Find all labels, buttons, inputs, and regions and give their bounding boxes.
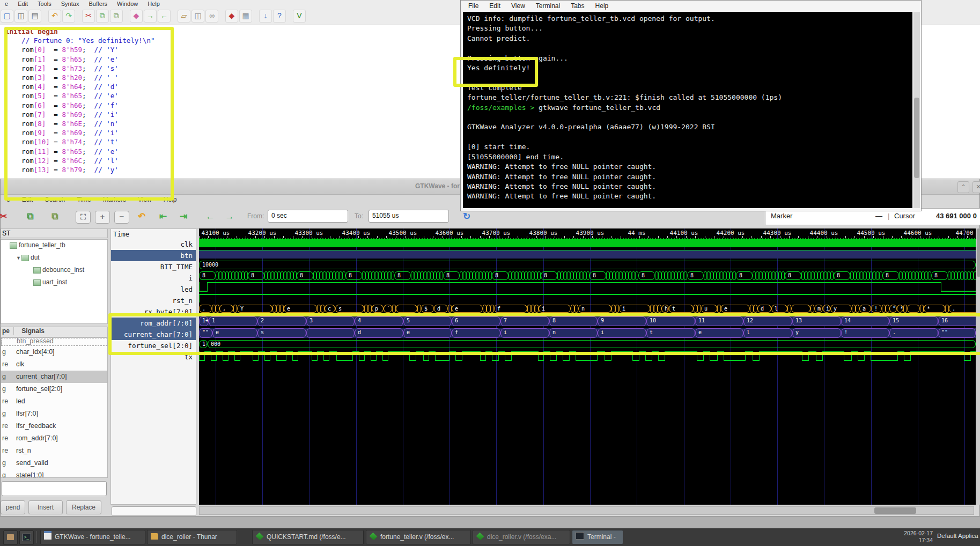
to-input[interactable]: 51055 us (369, 210, 449, 223)
signal-row-rom_addr70[interactable]: rerom_addr[7:0] (1, 432, 107, 445)
terminal-menu-tabs[interactable]: Tabs (565, 2, 590, 10)
zoom-in-icon[interactable]: + (95, 211, 110, 224)
save-session-icon[interactable]: ◫ (191, 10, 204, 23)
vim-logo-icon[interactable]: V (293, 10, 306, 23)
signal-row-rst_n[interactable]: rerst_n (1, 445, 107, 457)
taskbar-clock[interactable]: 2026-02-17 17:34 (904, 530, 933, 544)
shift-left-icon[interactable]: ← (203, 210, 217, 224)
open-folder-icon[interactable]: ▱ (178, 10, 190, 23)
paste-icon[interactable]: ⧉ (110, 10, 123, 23)
terminal-menu-help[interactable]: Help (590, 2, 614, 10)
wave-name-led[interactable]: led (111, 284, 196, 295)
waveform-area[interactable]: 43100 us43200 us43300 us43400 us43500 us… (199, 228, 976, 505)
signal-row-fortune_sel20[interactable]: gfortune_sel[2:0] (1, 383, 107, 395)
signal-name: clk (16, 360, 24, 368)
wave-name-clk[interactable]: clk (111, 239, 196, 250)
taskbar-item-gtkwave-fortune-telle[interactable]: GTKWave - fortune_telle... (40, 530, 145, 544)
sst-item-debounce_inst[interactable]: debounce_inst (1, 264, 107, 277)
wave-horizontal-scrollbar-thumb[interactable] (874, 507, 916, 514)
signal-row-lfsr_feedback[interactable]: relfsr_feedback (1, 420, 107, 432)
find-replace-icon[interactable]: ◆ (130, 10, 143, 23)
signal-row-btn_pressed[interactable]: btn_pressed (1, 338, 107, 346)
copy-icon[interactable]: ⧉ (23, 210, 37, 224)
shift-right-icon[interactable]: → (223, 210, 237, 224)
print-icon[interactable]: ▤ (28, 10, 41, 23)
wave-name-rst_n[interactable]: rst_n (111, 295, 196, 306)
app-menu-button[interactable] (3, 530, 18, 545)
sst-item-fortune_teller_tb[interactable]: fortune_teller_tb (1, 240, 107, 252)
save-icon[interactable]: ◫ (14, 10, 27, 23)
terminal-menu-view[interactable]: View (506, 2, 530, 10)
paste-icon[interactable]: ⧉ (48, 210, 62, 224)
new-file-icon[interactable]: ▢ (1, 10, 13, 23)
signal-row-send_valid[interactable]: gsend_valid (1, 457, 107, 469)
jump-to-start-icon[interactable]: ⇤ (156, 210, 170, 224)
gvim-menu-edit[interactable]: Edit (13, 0, 33, 7)
insert-button[interactable]: Insert (28, 500, 63, 514)
signal-name: current_char[7:0] (16, 373, 67, 380)
cut-icon[interactable]: ✂ (0, 210, 10, 224)
link-icon[interactable]: ∞ (205, 10, 218, 23)
taskbar-item-dice-roller-v-foss-exa[interactable]: dice_roller.v (/foss/exa... (473, 530, 570, 544)
redo-icon[interactable]: ↷ (62, 10, 75, 23)
taskbar-item-terminal[interactable]: Terminal - (572, 530, 623, 544)
sst-tree[interactable]: fortune_teller_tb▼dutdebounce_instuart_i… (1, 239, 108, 324)
from-input[interactable]: 0 sec (268, 210, 348, 223)
signal-row-led[interactable]: reled (1, 395, 107, 408)
wave-names-panel[interactable]: Time clkbtnBIT_TIMEiledrst_nrx_byte[7:0]… (110, 228, 196, 505)
bus-value: , (220, 305, 226, 312)
signal-row-clk[interactable]: reclk (1, 358, 107, 371)
find-prev-icon[interactable]: ← (158, 10, 171, 23)
signal-row-char_idx40[interactable]: gchar_idx[4:0] (1, 346, 107, 358)
gvim-menu-tools[interactable]: Tools (33, 0, 56, 7)
undo-icon[interactable]: ↶ (48, 10, 61, 23)
replace-button[interactable]: Replace (66, 500, 101, 514)
gvim-menu-window[interactable]: Window (112, 0, 143, 7)
gvim-menu-e[interactable]: e (0, 0, 13, 7)
wave-name-btn[interactable]: btn (111, 250, 196, 261)
find-next-icon[interactable]: → (144, 10, 157, 23)
undo-icon[interactable]: ↶ (135, 210, 149, 224)
taskbar-item-dice-roller-thunar[interactable]: dice_roller - Thunar (147, 530, 237, 544)
sst-item-dut[interactable]: ▼dut (1, 252, 107, 264)
terminal-launcher-button[interactable]: >_ (19, 530, 34, 545)
cut-icon[interactable]: ✂ (82, 10, 95, 23)
taskbar-item-fortune-teller-v-foss-ex[interactable]: fortune_teller.v (/foss/ex... (366, 530, 471, 544)
terminal-scrollbar[interactable] (913, 12, 920, 208)
terminal-line: [51055000000] end time. (467, 152, 782, 162)
close-window-button[interactable]: ✕ (972, 181, 980, 193)
wave-horizontal-scrollbar[interactable] (199, 506, 974, 515)
help-icon[interactable]: ? (273, 10, 286, 23)
signal-row-lfsr70[interactable]: glfsr[7:0] (1, 408, 107, 420)
make-icon[interactable]: ◆ (225, 10, 238, 23)
signal-row-state10[interactable]: gstate[1:0] (1, 469, 107, 478)
bus-value: e (721, 305, 727, 312)
taskbar-item-quickstart-md-foss-e[interactable]: QUICKSTART.md (/foss/e... (252, 530, 364, 544)
signals-list[interactable]: btn_pressedgchar_idx[4:0]reclkgcurrent_c… (1, 337, 108, 478)
terminal-menu-edit[interactable]: Edit (484, 2, 506, 10)
jump-icon[interactable]: ↓ (259, 10, 272, 23)
terminal-screen[interactable]: VCD info: dumpfile fortune_teller_tb.vcd… (463, 12, 912, 208)
collapse-window-button[interactable]: ⌃ (957, 181, 969, 193)
copy-icon[interactable]: ⧉ (96, 10, 109, 23)
chevron-down-icon[interactable]: ▼ (16, 255, 21, 261)
signal-row-current_char70[interactable]: gcurrent_char[7:0] (1, 371, 107, 383)
reload-icon[interactable]: ↻ (460, 210, 474, 224)
zoom-out-icon[interactable]: − (114, 211, 129, 224)
wave-vertical-scrollbar-thumb[interactable] (977, 228, 980, 277)
wave-name-i[interactable]: i (111, 272, 196, 284)
sst-item-uart_inst[interactable]: uart_inst (1, 277, 107, 289)
signal-filter-input[interactable] (2, 481, 107, 496)
grid-icon[interactable]: ▦ (239, 10, 252, 23)
terminal-scrollbar-thumb[interactable] (914, 98, 919, 178)
gvim-menu-syntax[interactable]: Syntax (56, 0, 84, 7)
gvim-menu-help[interactable]: Help (143, 0, 165, 7)
terminal-menu-terminal[interactable]: Terminal (530, 2, 565, 10)
append-button[interactable]: pend (1, 500, 25, 514)
wave-vertical-scrollbar[interactable] (976, 228, 980, 505)
gvim-menu-buffers[interactable]: Buffers (84, 0, 112, 7)
wave-name-BIT_TIME[interactable]: BIT_TIME (111, 261, 196, 272)
terminal-menu-file[interactable]: File (463, 2, 484, 10)
jump-to-end-icon[interactable]: ⇥ (176, 210, 190, 224)
zoom-fit-icon[interactable]: ⛶ (76, 211, 91, 224)
